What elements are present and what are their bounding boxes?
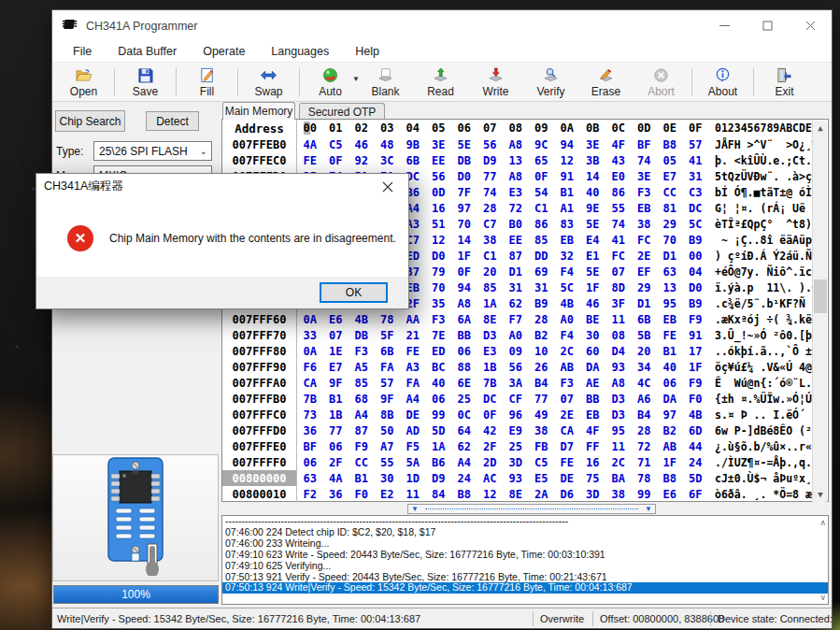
hex-byte[interactable]: CC — [657, 186, 683, 199]
hex-byte[interactable]: 83 — [554, 218, 580, 231]
hex-byte[interactable]: F9 — [349, 440, 375, 453]
hex-byte[interactable]: F3 — [426, 313, 452, 326]
hex-byte[interactable]: 70 — [451, 218, 477, 231]
hex-byte[interactable]: 95 — [657, 297, 683, 310]
hex-byte[interactable]: 46 — [580, 297, 606, 310]
scroll-down-arrow-icon[interactable]: ▼ — [813, 487, 828, 502]
hex-byte[interactable]: 1F — [451, 250, 477, 263]
hex-byte[interactable]: 13 — [503, 154, 529, 167]
hex-byte[interactable]: F4 — [554, 265, 580, 279]
hex-byte[interactable]: 28 — [477, 202, 504, 215]
chip-type-select[interactable]: 25\26 SPI FLASH⌄ — [93, 141, 212, 161]
hex-byte[interactable]: 2E — [554, 408, 580, 422]
hex-byte[interactable]: 2C — [554, 345, 580, 358]
fill-button[interactable]: Fill — [179, 64, 235, 101]
hex-byte[interactable]: 0F — [451, 265, 477, 279]
hex-byte[interactable]: ED — [426, 345, 452, 358]
log-scroll-up-icon[interactable]: ∧ — [819, 518, 826, 527]
hex-byte[interactable]: 7B — [477, 377, 504, 390]
hex-byte[interactable]: 91 — [683, 329, 709, 342]
hex-byte[interactable]: 5B — [632, 329, 658, 342]
detect-button[interactable]: Detect — [146, 111, 199, 131]
hex-byte[interactable]: 1E — [323, 345, 349, 358]
hex-byte[interactable]: 62 — [503, 297, 529, 310]
hex-byte[interactable]: 3A — [503, 377, 529, 390]
hex-byte[interactable]: D4 — [605, 345, 632, 358]
hex-byte[interactable]: 87 — [503, 250, 529, 263]
hex-byte[interactable]: A6 — [632, 393, 658, 406]
hex-byte[interactable]: D0 — [426, 250, 452, 263]
hex-byte[interactable]: 62 — [451, 440, 477, 453]
hex-row[interactable]: 007FFFE0BF06F9A7F51A622F25FBD7FF1172AB44… — [222, 438, 828, 454]
hex-byte[interactable]: F0 — [349, 488, 375, 501]
log-line[interactable]: 07:49:10 623 Write - Speed: 20443 Byte/S… — [222, 550, 828, 561]
auto-button[interactable]: Auto▼ — [303, 64, 358, 101]
hex-byte[interactable]: 24 — [451, 472, 477, 485]
hex-byte[interactable]: 95 — [605, 424, 632, 437]
hex-byte[interactable]: AB — [554, 361, 580, 374]
hex-byte[interactable]: 4F — [605, 138, 632, 151]
hex-byte[interactable]: 87 — [349, 424, 375, 437]
hex-byte[interactable]: 05 — [657, 154, 683, 167]
minimize-button[interactable] — [703, 10, 746, 41]
hex-byte[interactable]: 6B — [632, 313, 658, 326]
hex-byte[interactable]: 71 — [632, 456, 658, 469]
hex-byte[interactable]: 6F — [683, 488, 709, 501]
hex-byte[interactable]: E0 — [605, 170, 632, 183]
hex-byte[interactable]: 5D — [426, 424, 452, 437]
hex-byte[interactable]: 70 — [657, 234, 683, 247]
hex-byte[interactable]: D9 — [477, 154, 504, 167]
write-button[interactable]: Write — [468, 64, 523, 101]
hex-byte[interactable]: 44 — [683, 440, 709, 453]
hex-byte[interactable]: 40 — [580, 186, 606, 199]
hex-byte[interactable]: BE — [580, 313, 606, 326]
hex-byte[interactable]: 77 — [323, 424, 349, 437]
hex-byte[interactable]: 3E — [426, 138, 452, 151]
hex-byte[interactable]: C1 — [529, 202, 555, 215]
hex-byte[interactable]: B1 — [323, 393, 349, 406]
hex-byte[interactable]: BF — [632, 138, 658, 151]
hex-byte[interactable]: 57 — [683, 138, 709, 151]
hex-byte[interactable]: BB — [451, 329, 477, 342]
hex-byte[interactable]: 56 — [503, 361, 529, 374]
hex-byte[interactable]: E2 — [375, 488, 401, 501]
hex-byte[interactable]: F3 — [554, 377, 580, 390]
hex-byte[interactable]: 6B — [400, 154, 426, 167]
hex-byte[interactable]: 38 — [605, 488, 632, 501]
hex-byte[interactable]: 6E — [451, 377, 477, 390]
hex-byte[interactable]: 9F — [375, 393, 401, 406]
hex-byte[interactable]: B8 — [657, 138, 683, 151]
hex-byte[interactable]: 0F — [529, 170, 555, 183]
hex-byte[interactable]: C1 — [477, 250, 504, 263]
hex-byte[interactable]: F4 — [554, 329, 580, 342]
hex-byte[interactable]: 3D — [503, 456, 529, 469]
save-button[interactable]: Save — [118, 64, 173, 101]
blank-button[interactable]: Blank — [358, 64, 413, 101]
hex-byte[interactable]: 7B — [297, 393, 323, 406]
hex-byte[interactable]: E3 — [503, 186, 529, 199]
hex-row[interactable]: 00800000634AB1301DD924AC93E5DE75BA78B85D… — [222, 470, 828, 486]
hex-byte[interactable]: A4 — [349, 408, 375, 422]
hex-byte[interactable]: 3C — [375, 154, 401, 167]
hex-byte[interactable]: F3 — [632, 186, 658, 199]
hex-row[interactable]: 007FFF600AE64B78AAF36A8EF728A0BE116BEBF9… — [222, 311, 828, 327]
hex-byte[interactable]: EF — [632, 265, 658, 279]
log-scroll-down-icon[interactable]: ∨ — [819, 593, 826, 602]
hex-byte[interactable]: EB — [554, 234, 580, 247]
hex-byte[interactable]: 48 — [375, 138, 401, 151]
hex-byte[interactable]: 6D — [683, 424, 709, 437]
hex-byte[interactable]: 11 — [400, 488, 426, 501]
hex-byte[interactable]: 31 — [683, 170, 709, 183]
hex-row[interactable]: 007FFF703307DB5F217EBBD3A0B2F430085BFE91… — [222, 327, 828, 343]
hex-byte[interactable]: A8 — [503, 138, 529, 151]
hex-byte[interactable]: F9 — [683, 313, 709, 326]
hex-byte[interactable]: AD — [400, 424, 426, 437]
hex-byte[interactable]: FE — [400, 345, 426, 358]
hex-byte[interactable]: 24 — [683, 456, 709, 469]
scrollbar-thumb[interactable] — [814, 279, 827, 313]
hex-byte[interactable]: AB — [657, 440, 683, 453]
hex-byte[interactable]: FF — [580, 440, 606, 453]
hex-byte[interactable]: 04 — [683, 265, 709, 279]
hex-byte[interactable]: 5C — [683, 218, 709, 231]
hex-byte[interactable]: DC — [683, 202, 709, 215]
